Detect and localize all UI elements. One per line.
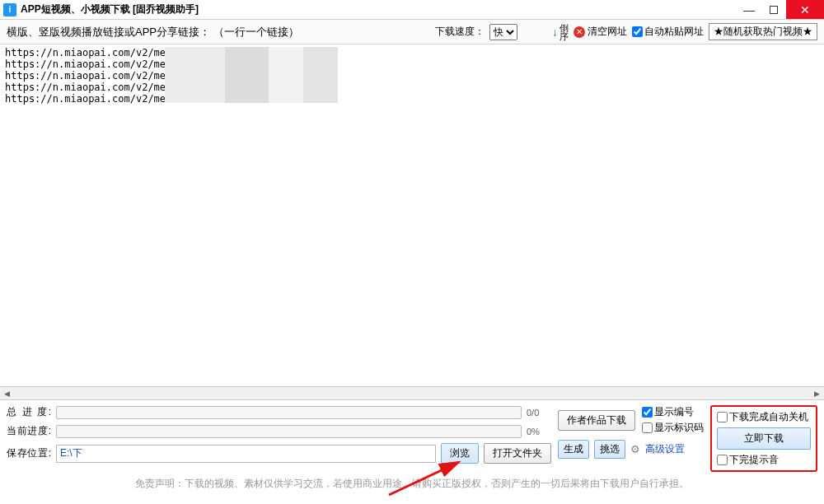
sort-toggle[interactable]: ↓ 倒序 xyxy=(552,24,569,40)
total-progress-value: 0/0 xyxy=(527,408,551,418)
auto-paste-checkbox[interactable]: 自动粘贴网址 xyxy=(632,25,704,39)
advanced-settings-link[interactable]: 高级设置 xyxy=(645,442,685,456)
generate-button[interactable]: 生成 xyxy=(558,440,589,459)
horizontal-scrollbar[interactable]: ◀ ▶ xyxy=(0,386,824,400)
download-panel: 下载完成自动关机 立即下载 下完提示音 xyxy=(710,405,817,472)
minimize-button[interactable]: — xyxy=(737,0,761,19)
speed-label: 下载速度： xyxy=(435,25,485,39)
app-icon: i xyxy=(3,3,16,16)
disclaimer-text: 免责声明：下载的视频、素材仅供学习交流，若使用商业用途，请购买正版授权，否则产生… xyxy=(0,474,824,496)
scroll-left-icon[interactable]: ◀ xyxy=(0,387,14,399)
open-folder-button[interactable]: 打开文件夹 xyxy=(484,443,551,464)
filter-button[interactable]: 挑选 xyxy=(594,440,625,459)
url-textarea[interactable] xyxy=(0,44,824,384)
clear-icon: ✕ xyxy=(574,26,585,38)
title-bar: i APP短视频、小视频下载 [固乔视频助手] — ✕ xyxy=(0,0,824,20)
gear-icon: ⚙ xyxy=(630,443,640,455)
redacted-overlay xyxy=(165,47,338,103)
input-instruction-label: 横版、竖版视频播放链接或APP分享链接： （一行一个链接） xyxy=(7,25,299,40)
maximize-button[interactable] xyxy=(761,0,786,19)
scroll-right-icon[interactable]: ▶ xyxy=(810,387,824,399)
author-works-button[interactable]: 作者作品下载 xyxy=(558,410,635,431)
speed-select[interactable]: 快 xyxy=(489,24,517,40)
sound-tip-checkbox[interactable]: 下完提示音 xyxy=(717,453,779,467)
close-button[interactable]: ✕ xyxy=(786,0,824,19)
window-title: APP短视频、小视频下载 [固乔视频助手] xyxy=(21,2,199,16)
current-progress-bar xyxy=(56,425,522,438)
show-marker-checkbox[interactable]: 显示标识码 xyxy=(642,421,704,435)
url-input-area xyxy=(0,44,824,386)
window-controls: — ✕ xyxy=(737,0,824,19)
browse-button[interactable]: 浏览 xyxy=(441,443,479,464)
total-progress-label: 总 进 度: xyxy=(7,405,51,419)
random-hot-button[interactable]: ★随机获取热门视频★ xyxy=(709,23,817,40)
clear-urls-button[interactable]: ✕ 清空网址 xyxy=(574,25,627,39)
auto-shutdown-checkbox[interactable]: 下载完成自动关机 xyxy=(717,410,808,424)
arrow-down-icon: ↓ xyxy=(552,26,558,39)
toolbar: 横版、竖版视频播放链接或APP分享链接： （一行一个链接） 下载速度： 快 ↓ … xyxy=(0,20,824,44)
options-panel: 作者作品下载 显示编号 显示标识码 生成 挑选 ⚙ 高级设置 xyxy=(558,405,704,472)
total-progress-bar xyxy=(56,406,522,419)
download-now-button[interactable]: 立即下载 xyxy=(717,427,811,450)
current-progress-label: 当前进度: xyxy=(7,424,51,438)
save-path-input[interactable] xyxy=(56,445,436,463)
current-progress-value: 0% xyxy=(527,427,551,436)
bottom-panel: 总 进 度: 0/0 当前进度: 0% 保存位置: 浏览 打开文件夹 作者作品下… xyxy=(0,400,824,474)
progress-panel: 总 进 度: 0/0 当前进度: 0% 保存位置: 浏览 打开文件夹 xyxy=(7,405,551,472)
save-path-label: 保存位置: xyxy=(7,446,51,460)
show-number-checkbox[interactable]: 显示编号 xyxy=(642,405,704,419)
